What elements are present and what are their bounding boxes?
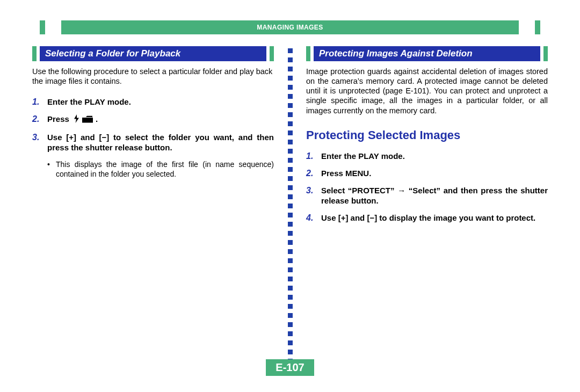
divider-square [288, 57, 293, 62]
header-band: MANAGING IMAGES [61, 20, 519, 34]
section-accent [306, 46, 310, 61]
divider-square [288, 76, 293, 81]
divider-square [288, 277, 293, 281]
left-column: Selecting a Folder for Playback Use the … [32, 46, 274, 367]
divider-square [288, 204, 293, 208]
divider-square [288, 85, 293, 90]
step-number: 4. [306, 213, 317, 223]
divider-square [288, 286, 293, 291]
manual-page: MANAGING IMAGES Selecting a Folder for P… [0, 0, 580, 392]
divider-square [288, 130, 293, 135]
divider-square [288, 313, 293, 318]
divider-square [288, 103, 293, 108]
sub-bullet-text: This displays the image of the first fil… [56, 159, 274, 179]
step-text: Enter the PLAY mode. [321, 151, 548, 162]
step-text: Press MENU. [321, 168, 548, 179]
divider-square [288, 322, 293, 327]
step-number: 1. [306, 151, 317, 162]
divider-square [288, 140, 293, 144]
divider-square [288, 194, 293, 199]
right-intro-paragraph: Image protection guards against accident… [306, 67, 548, 115]
left-sub-bullets: • This displays the image of the first f… [32, 159, 274, 179]
svg-rect-1 [82, 118, 93, 123]
divider-square [288, 222, 293, 227]
step-prefix: Press [47, 114, 69, 124]
right-steps-list: 1. Enter the PLAY mode. 2. Press MENU. 3… [306, 151, 548, 223]
section-heading-text: Selecting a Folder for Playback [45, 48, 180, 59]
bullet-dot: • [47, 159, 52, 179]
divider-square [288, 231, 293, 236]
step-text: Select “PROTECT” → “Select” and then pre… [321, 185, 548, 206]
left-intro-paragraph: Use the following procedure to select a … [32, 67, 274, 86]
step-item: 2. Press MENU. [306, 168, 548, 179]
divider-square [288, 249, 293, 254]
page-number-area: E-107 [0, 359, 580, 376]
divider-square [288, 258, 293, 263]
folder-icon [82, 115, 93, 126]
divider-square [288, 176, 293, 181]
step-item: 4. Use [+] and [−] to display the image … [306, 213, 548, 223]
header-title: MANAGING IMAGES [257, 24, 323, 31]
step-item: 1. Enter the PLAY mode. [306, 151, 548, 162]
step-text: Enter the PLAY mode. [47, 97, 274, 107]
divider-square [288, 350, 293, 354]
page-number: E-107 [266, 359, 314, 376]
step-number: 3. [306, 185, 317, 206]
section-heading-left: Selecting a Folder for Playback [32, 46, 274, 61]
divider-square [288, 331, 293, 336]
column-divider [285, 46, 295, 367]
step-text: Use [+] and [−] to select the folder you… [47, 132, 274, 153]
step-item: 1. Enter the PLAY mode. [32, 97, 274, 107]
divider-square [288, 295, 293, 300]
section-accent [543, 46, 548, 61]
divider-square [288, 67, 293, 71]
header-accent-right [535, 20, 540, 34]
step-number: 2. [306, 168, 317, 179]
step-text: Use [+] and [−] to display the image you… [321, 213, 548, 223]
top-header-bar: MANAGING IMAGES [35, 20, 545, 34]
step-inline-icons [74, 114, 93, 126]
section-accent [270, 46, 274, 61]
step-item: 3. Select “PROTECT” → “Select” and then … [306, 185, 548, 206]
step-suffix: . [96, 114, 98, 124]
header-accent-left [40, 20, 45, 34]
section-heading-text: Protecting Images Against Deletion [319, 48, 473, 59]
divider-square [288, 340, 293, 345]
step-number: 3. [32, 132, 43, 153]
sub-bullet-item: • This displays the image of the first f… [47, 159, 274, 179]
divider-square [288, 149, 293, 154]
step-item: 3. Use [+] and [−] to select the folder … [32, 132, 274, 153]
right-column: Protecting Images Against Deletion Image… [306, 46, 548, 367]
divider-square [288, 121, 293, 126]
divider-square [288, 240, 293, 245]
divider-square [288, 48, 293, 53]
step-number: 2. [32, 114, 43, 125]
divider-square [288, 158, 293, 163]
content-columns: Selecting a Folder for Playback Use the … [32, 46, 548, 367]
divider-square [288, 167, 293, 172]
section-heading-right: Protecting Images Against Deletion [306, 46, 548, 61]
section-heading-body: Selecting a Folder for Playback [40, 46, 266, 61]
svg-marker-0 [74, 114, 79, 123]
divider-square [288, 267, 293, 272]
step-number: 1. [32, 97, 43, 107]
divider-square [288, 213, 293, 217]
divider-square [288, 94, 293, 99]
subheading: Protecting Selected Images [306, 128, 548, 142]
step-text: Press . [47, 114, 274, 125]
step-item: 2. Press . [32, 114, 274, 125]
divider-square [288, 304, 293, 309]
divider-square [288, 185, 293, 190]
flash-icon [74, 114, 79, 126]
section-accent [32, 46, 37, 61]
divider-square [288, 112, 293, 117]
section-heading-body: Protecting Images Against Deletion [314, 46, 540, 61]
left-steps-list: 1. Enter the PLAY mode. 2. Press [32, 97, 274, 153]
